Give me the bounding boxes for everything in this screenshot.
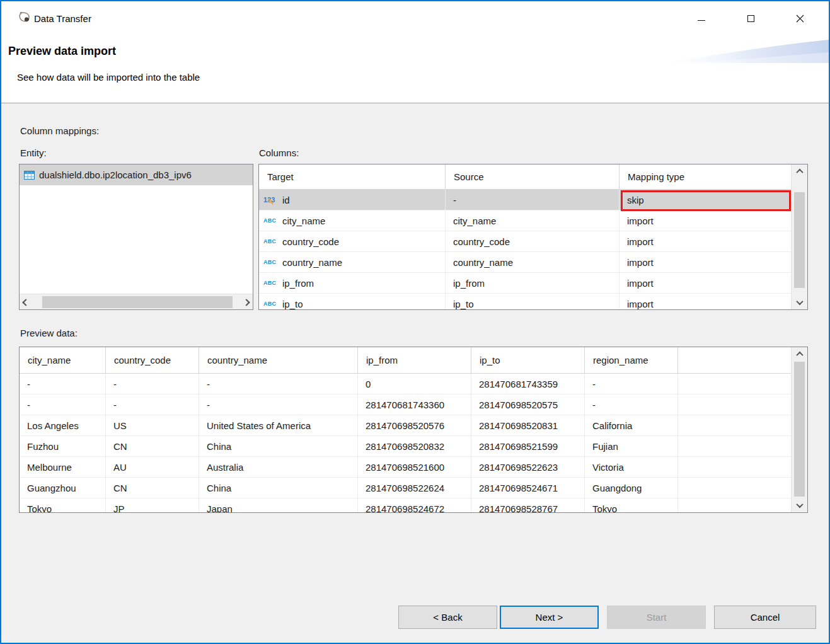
source-cell[interactable]: city_name [446, 210, 620, 231]
minimize-button[interactable] [687, 5, 716, 32]
vertical-scrollbar-thumb[interactable] [794, 362, 805, 497]
mapping-header-mapping-type: Mapping type [620, 164, 791, 189]
preview-cell: CN [106, 436, 199, 457]
preview-cell: Australia [199, 457, 358, 478]
mapping-type-cell[interactable]: import [620, 210, 791, 231]
preview-cell: - [585, 394, 678, 415]
preview-cell: 281470681743360 [358, 394, 471, 415]
source-cell[interactable]: country_code [446, 231, 620, 252]
target-cell[interactable]: ABCip_from [259, 273, 446, 294]
maximize-button[interactable] [736, 5, 765, 32]
preview-data-table: city_namecountry_codecountry_nameip_from… [19, 347, 808, 513]
preview-cell: 281470698521600 [358, 457, 471, 478]
scroll-down-button[interactable] [792, 498, 807, 512]
column-mappings-label: Column mappings: [20, 125, 99, 136]
preview-header-region_name: region_name [585, 347, 678, 373]
source-cell[interactable]: country_name [446, 252, 620, 273]
preview-cell: - [20, 374, 106, 394]
entity-horizontal-scrollbar[interactable] [20, 294, 253, 309]
preview-cell: - [106, 394, 199, 415]
preview-cell: - [20, 394, 106, 415]
horizontal-scrollbar-thumb[interactable] [42, 296, 233, 308]
preview-vertical-scrollbar[interactable] [791, 347, 807, 512]
preview-cell: 281470698520575 [471, 394, 585, 415]
entity-item[interactable]: dualshield.dbo.ip2location_db3_ipv6 [20, 164, 253, 185]
source-cell[interactable]: ip_from [446, 273, 620, 294]
close-button[interactable] [785, 5, 814, 32]
mapping-row-city_name[interactable]: ABCcity_namecity_nameimport [259, 210, 807, 231]
preview-cell: AU [106, 457, 199, 478]
preview-cell: 281470698524672 [358, 498, 471, 513]
preview-row-4: MelbourneAUAustralia28147069852160028147… [20, 457, 807, 478]
banner-swoosh-graphic [652, 37, 829, 67]
vertical-scrollbar-thumb[interactable] [794, 192, 805, 288]
chevron-left-icon [22, 299, 29, 306]
string-type-icon: ABC [263, 217, 279, 224]
string-type-icon: ABC [263, 238, 279, 244]
page-subtitle: See how data will be imported into the t… [17, 72, 200, 83]
preview-cell: 281470698520576 [358, 415, 471, 436]
preview-row-6: TokyoJPJapan2814706985246722814706985287… [20, 498, 807, 513]
preview-row-2: Los AngelesUSUnited States of America281… [20, 415, 807, 436]
preview-cell: 281470698524671 [471, 478, 585, 498]
preview-cell: 281470698521599 [471, 436, 585, 457]
target-cell[interactable]: ABCcountry_code [259, 231, 446, 252]
preview-cell [678, 415, 791, 436]
preview-cell: 281470698522624 [358, 478, 471, 498]
target-cell[interactable]: ABCcity_name [259, 210, 446, 231]
chevron-down-icon [796, 501, 803, 508]
preview-cell [678, 436, 791, 457]
mapping-row-ip_from[interactable]: ABCip_fromip_fromimport [259, 273, 807, 294]
chevron-right-icon [243, 299, 250, 306]
entity-name: dualshield.dbo.ip2location_db3_ipv6 [39, 170, 192, 180]
preview-cell: Victoria [585, 457, 678, 478]
mapping-row-country_code[interactable]: ABCcountry_codecountry_codeimport [259, 231, 807, 252]
mapping-type-cell[interactable]: import [620, 252, 791, 273]
numeric-pk-icon: 123 [263, 196, 279, 204]
preview-cell: 281470681743359 [471, 374, 585, 394]
scroll-down-button[interactable] [792, 296, 807, 309]
string-type-icon: ABC [263, 259, 279, 265]
back-button[interactable]: < Back [398, 606, 497, 629]
mapping-row-ip_to[interactable]: ABCip_toip_toimport [259, 294, 807, 310]
preview-row-0: ---0281470681743359- [20, 374, 807, 394]
source-cell[interactable]: ip_to [446, 294, 620, 310]
preview-cell: - [585, 374, 678, 394]
chevron-up-icon [796, 352, 803, 359]
preview-header-city_name: city_name [20, 347, 106, 373]
cancel-button[interactable]: Cancel [714, 606, 816, 629]
mapping-type-cell[interactable]: import [620, 273, 791, 294]
mapping-vertical-scrollbar[interactable] [791, 164, 807, 309]
preview-header-ip_from: ip_from [358, 347, 471, 373]
mapping-row-id[interactable]: 123id-skip [259, 190, 807, 210]
next-button[interactable]: Next > [500, 606, 599, 629]
maximize-icon [747, 15, 754, 22]
source-cell[interactable]: - [446, 190, 620, 210]
preview-cell: California [585, 415, 678, 436]
target-cell[interactable]: ABCcountry_name [259, 252, 446, 273]
preview-cell: 281470698528767 [471, 498, 585, 513]
preview-cell: - [106, 374, 199, 394]
entity-list: dualshield.dbo.ip2location_db3_ipv6 [19, 164, 253, 310]
scroll-left-button[interactable] [20, 294, 32, 310]
app-icon [17, 11, 32, 26]
preview-cell: Melbourne [20, 457, 106, 478]
mapping-type-cell[interactable]: import [620, 294, 791, 310]
preview-table-header: city_namecountry_codecountry_nameip_from… [20, 347, 791, 374]
preview-cell [678, 498, 791, 513]
preview-row-1: ---281470681743360281470698520575- [20, 394, 807, 415]
scroll-up-button[interactable] [792, 164, 807, 178]
title-bar[interactable]: Data Transfer [1, 1, 829, 37]
mapping-row-country_name[interactable]: ABCcountry_namecountry_nameimport [259, 252, 807, 273]
mapping-type-cell[interactable]: import [620, 231, 791, 252]
preview-header-country_name: country_name [199, 347, 358, 373]
page-title: Preview data import [8, 45, 116, 58]
target-cell[interactable]: 123id [259, 190, 446, 210]
mapping-type-cell[interactable]: skip [620, 190, 791, 210]
scroll-up-button[interactable] [792, 347, 807, 361]
scroll-right-button[interactable] [240, 294, 253, 310]
start-button[interactable]: Start [607, 606, 706, 629]
preview-data-label: Preview data: [20, 328, 78, 338]
target-cell[interactable]: ABCip_to [259, 294, 446, 310]
preview-header-country_code: country_code [106, 347, 199, 373]
